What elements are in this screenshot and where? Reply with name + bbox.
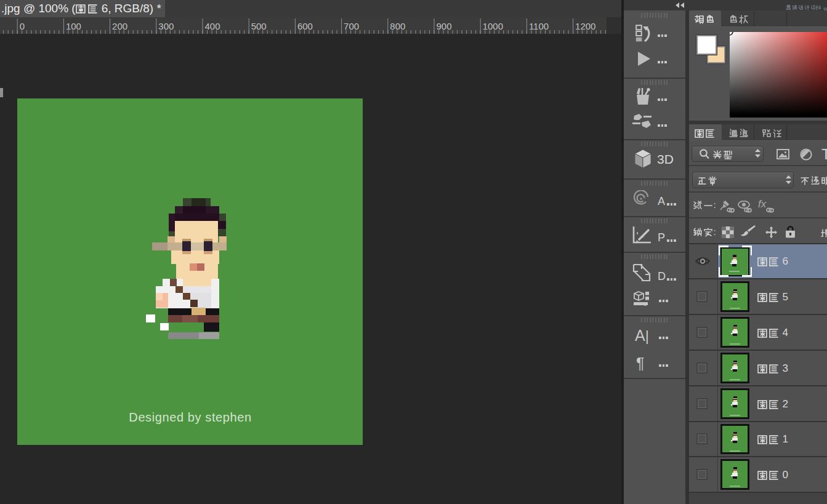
svg-text:1000: 1000 [483,21,503,31]
svg-text:700: 700 [344,21,359,31]
svg-text:200: 200 [112,21,127,31]
svg-text:300: 300 [158,21,174,31]
svg-text:1100: 1100 [529,21,549,31]
svg-text:800: 800 [390,21,405,31]
svg-text:0: 0 [20,21,25,31]
svg-text:900: 900 [437,21,452,31]
svg-text:400: 400 [205,21,220,31]
svg-text:100: 100 [66,21,81,31]
svg-text:1200: 1200 [575,21,595,31]
svg-text:600: 600 [297,21,313,31]
svg-text:500: 500 [251,21,267,31]
